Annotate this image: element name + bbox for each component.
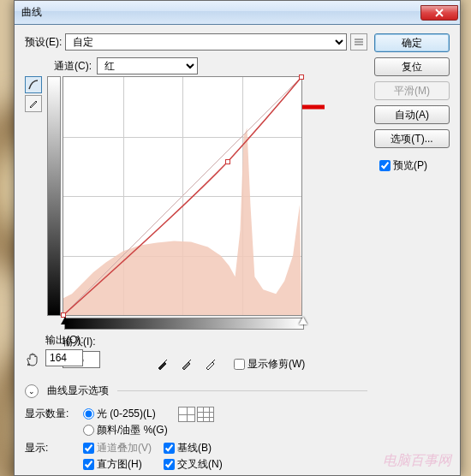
overlay-label: 通道叠加(V) [97,441,152,455]
ok-button[interactable]: 确定 [374,33,450,52]
expand-options-button[interactable]: ⌄ [25,384,39,398]
reset-button[interactable]: 复位 [374,57,450,76]
grid-fine-button[interactable] [197,407,214,422]
amount-label: 显示数量: [25,407,80,421]
histogram-label: 直方图(H) [97,457,142,472]
dialog-title: 曲线 [21,5,420,20]
preset-select[interactable]: 自定 [65,33,347,51]
curves-dialog: 曲线 预设(E): 自定 通道(C): 红 [14,0,461,476]
white-eyedropper[interactable] [201,354,220,373]
svg-line-0 [63,77,301,315]
titlebar[interactable]: 曲线 [15,1,460,25]
hand-tool-button[interactable] [25,351,42,368]
smooth-button: 平滑(M) [374,81,450,100]
options-button[interactable]: 选项(T)... [374,129,450,148]
preview-label: 预览(P) [393,158,427,173]
channel-label: 通道(C): [54,59,92,74]
auto-button[interactable]: 自动(A) [374,105,450,124]
input-gradient[interactable] [64,318,304,330]
grid-coarse-button[interactable] [178,407,195,422]
output-gradient [47,76,61,316]
white-slider[interactable] [299,317,307,324]
curve-point-end[interactable] [299,74,304,80]
output-field[interactable] [45,349,83,366]
gray-eyedropper[interactable] [177,354,196,373]
close-button[interactable] [420,5,458,21]
histogram-checkbox[interactable] [83,459,94,470]
curve-tool-button[interactable] [25,76,42,93]
pencil-tool-button[interactable] [25,95,42,112]
curve-line [63,77,301,315]
display-options-label: 曲线显示选项 [47,384,109,398]
overlay-checkbox[interactable] [83,443,94,454]
preset-menu-button[interactable] [350,33,367,51]
curve-point-mid[interactable] [225,159,230,164]
light-radio[interactable] [83,408,94,419]
black-slider[interactable] [61,317,69,324]
intersection-checkbox[interactable] [164,459,175,470]
separator [117,390,367,391]
pigment-radio-label: 颜料/油墨 %(G) [97,423,168,437]
output-label: 输出(O): [45,333,84,348]
preview-checkbox[interactable] [379,160,391,171]
show-clipping-label: 显示修剪(W) [247,357,305,372]
show-clipping-checkbox[interactable] [234,359,245,370]
curve-graph[interactable] [63,76,302,316]
intersection-label: 交叉线(N) [177,457,223,472]
light-radio-label: 光 (0-255)(L) [97,407,156,421]
show-label: 显示: [25,441,80,455]
baseline-label: 基线(B) [177,441,212,455]
preset-label: 预设(E): [25,35,62,50]
channel-select[interactable]: 红 [97,57,198,74]
baseline-checkbox[interactable] [164,443,175,454]
pigment-radio[interactable] [83,425,94,436]
black-eyedropper[interactable] [153,354,172,373]
